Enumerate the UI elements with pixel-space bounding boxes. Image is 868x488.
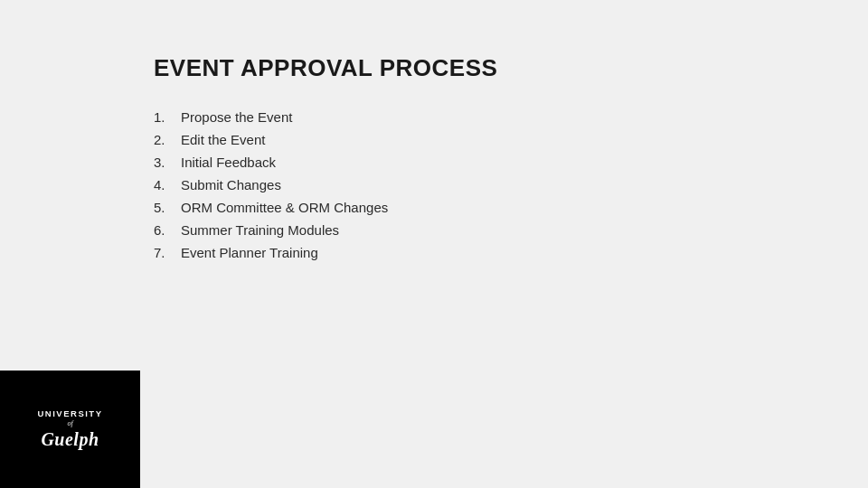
list-number: 7. [154,245,181,260]
list-item: 5.ORM Committee & ORM Changes [154,200,714,215]
list-number: 4. [154,177,181,192]
logo-text-container: UNIVERSITY of Guelph [37,408,102,450]
list-item: 3.Initial Feedback [154,155,714,170]
logo-of-text: of [67,419,72,428]
list-number: 6. [154,222,181,238]
list-number: 3. [154,155,181,170]
list-number: 2. [154,132,181,147]
list-text: ORM Committee & ORM Changes [181,200,388,215]
list-text: Initial Feedback [181,155,276,170]
logo-guelph-text: Guelph [41,428,99,450]
list-item: 1.Propose the Event [154,109,714,125]
list-text: Event Planner Training [181,245,318,260]
list-number: 5. [154,200,181,215]
numbered-list: 1.Propose the Event2.Edit the Event3.Ini… [154,109,714,267]
list-item: 4.Submit Changes [154,177,714,192]
list-item: 2.Edit the Event [154,132,714,147]
list-text: Submit Changes [181,177,281,192]
list-text: Summer Training Modules [181,222,339,238]
list-item: 7.Event Planner Training [154,245,714,260]
slide-container: EVENT APPROVAL PROCESS 1.Propose the Eve… [0,0,868,488]
list-text: Propose the Event [181,109,292,125]
list-text: Edit the Event [181,132,265,147]
slide-title: EVENT APPROVAL PROCESS [154,54,714,82]
university-logo: UNIVERSITY of Guelph [0,371,140,488]
list-item: 6.Summer Training Modules [154,222,714,238]
logo-university-text: UNIVERSITY [37,408,102,419]
list-number: 1. [154,109,181,125]
